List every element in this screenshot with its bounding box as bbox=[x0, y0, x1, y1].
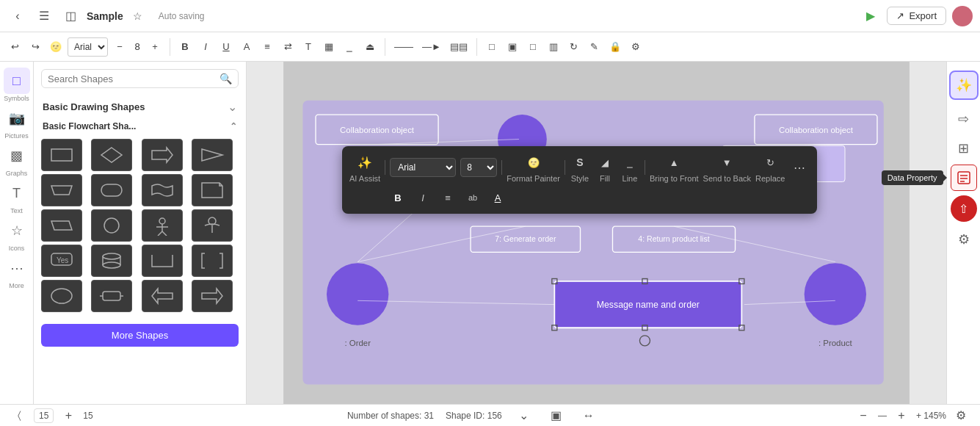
canvas-area[interactable]: Collaboration object Collaboration objec… bbox=[247, 62, 946, 404]
add-page-button[interactable]: + bbox=[58, 405, 79, 426]
graphs-icon[interactable]: ▩ bbox=[4, 142, 30, 169]
shape-circle[interactable] bbox=[91, 209, 132, 242]
ft-line-button[interactable]: ⎯ bbox=[620, 152, 640, 173]
shape-diamond[interactable] bbox=[91, 139, 132, 171]
container-button[interactable]: □ bbox=[483, 37, 501, 57]
italic-button[interactable]: I bbox=[197, 37, 214, 57]
shape-rect[interactable] bbox=[41, 139, 82, 171]
shape-arrow-right[interactable] bbox=[142, 139, 183, 171]
ft-row-1: ✨ AI Assist Arial 8 🌝 Format Painter bbox=[349, 152, 810, 183]
basic-drawing-shapes-section[interactable]: Basic Drawing Shapes ⌄ bbox=[34, 95, 246, 118]
connector-button[interactable]: ⏏ bbox=[361, 37, 379, 57]
avatar bbox=[952, 6, 973, 26]
ft-bring-to-front-button[interactable]: ▲ bbox=[664, 152, 684, 173]
pictures-icon[interactable]: 📷 bbox=[4, 105, 30, 131]
text-format-button[interactable]: T bbox=[300, 37, 317, 57]
ft-wrap-button[interactable]: ab bbox=[462, 187, 483, 208]
edit-button[interactable]: ✎ bbox=[586, 37, 603, 57]
back-button[interactable]: ‹ bbox=[7, 6, 28, 26]
shape-wave[interactable] bbox=[142, 174, 183, 206]
ft-format-painter-button[interactable]: 🌝 bbox=[523, 152, 544, 173]
resize-button[interactable]: ▥ bbox=[545, 37, 562, 57]
shape-trapezoid[interactable] bbox=[41, 174, 82, 206]
shape-parallelogram[interactable] bbox=[41, 209, 82, 242]
shape-right-arrow2[interactable] bbox=[192, 280, 233, 312]
search-input[interactable] bbox=[48, 73, 215, 84]
shape-open-rect[interactable] bbox=[142, 245, 183, 277]
shape-ellipse[interactable] bbox=[41, 280, 82, 312]
menu-button[interactable]: ☰ bbox=[34, 6, 54, 26]
ft-align-button[interactable]: ≡ bbox=[438, 187, 458, 208]
shape-bracket[interactable] bbox=[192, 245, 233, 277]
shape-note[interactable] bbox=[192, 174, 233, 206]
undo-button[interactable]: ↩ bbox=[6, 37, 23, 57]
line-end-button[interactable]: —► bbox=[419, 37, 444, 57]
export-button[interactable]: ↗ Export bbox=[887, 7, 946, 25]
export-label: Export bbox=[909, 10, 937, 21]
ft-replace-button[interactable]: ↻ bbox=[760, 152, 780, 173]
ft-font-select[interactable]: Arial bbox=[390, 158, 456, 177]
shadow-button[interactable]: ▣ bbox=[504, 37, 521, 57]
sidebar-toggle-button[interactable]: 〈 bbox=[9, 405, 29, 426]
text-align-button[interactable]: ⇄ bbox=[279, 37, 297, 57]
zoom-in-button[interactable]: + bbox=[891, 405, 912, 426]
shape-person[interactable] bbox=[142, 209, 183, 242]
data-property-button[interactable] bbox=[951, 165, 977, 191]
shape-left-arrow[interactable] bbox=[142, 280, 183, 312]
paint-format-button[interactable]: 🌝 bbox=[47, 37, 65, 57]
lock-button[interactable]: 🔒 bbox=[606, 37, 624, 57]
shape-rounded-rect[interactable] bbox=[91, 174, 132, 206]
ai-panel-button[interactable]: ✨ bbox=[949, 71, 979, 100]
crop-button[interactable]: □ bbox=[524, 37, 542, 57]
ft-style-button[interactable]: S bbox=[570, 152, 590, 173]
bold-button[interactable]: B bbox=[176, 37, 194, 57]
line-style-button[interactable]: —— bbox=[391, 37, 416, 57]
line-color-button[interactable]: ⎯ bbox=[341, 37, 358, 57]
text-panel-icon[interactable]: T bbox=[4, 180, 30, 206]
font-family-select[interactable]: Arial bbox=[68, 37, 108, 57]
ft-italic-button[interactable]: I bbox=[413, 187, 433, 208]
ft-size-select[interactable]: 8 bbox=[460, 158, 497, 177]
shape-cylinder[interactable] bbox=[91, 245, 132, 277]
ft-send-to-back-button[interactable]: ▼ bbox=[716, 152, 737, 173]
highlight-button[interactable]: ▦ bbox=[320, 37, 338, 57]
waypoint-button[interactable]: ▤▤ bbox=[447, 37, 471, 57]
more-button[interactable]: ⚙ bbox=[627, 37, 645, 57]
fit-button[interactable]: ↔ bbox=[578, 405, 599, 426]
style-group: S Style bbox=[570, 152, 590, 183]
font-size-decrease[interactable]: − bbox=[111, 37, 128, 57]
more-shapes-button[interactable]: More Shapes bbox=[41, 324, 239, 347]
play-button[interactable]: ▶ bbox=[860, 6, 881, 26]
shape-callout[interactable]: Yes bbox=[41, 245, 82, 277]
align-center-button[interactable]: ≡ bbox=[258, 37, 276, 57]
underline-button[interactable]: U bbox=[217, 37, 235, 57]
ft-font-color-button[interactable]: A bbox=[487, 187, 508, 208]
zoom-settings-button[interactable]: ⚙ bbox=[951, 405, 971, 426]
zoom-out-button[interactable]: − bbox=[853, 405, 874, 426]
font-size-increase[interactable]: + bbox=[146, 37, 164, 57]
up-arrow-button[interactable]: ⇧ bbox=[951, 195, 977, 222]
more-panel-icon[interactable]: ⋯ bbox=[4, 255, 30, 281]
basic-drawing-shapes-title: Basic Drawing Shapes bbox=[43, 101, 145, 112]
ft-fill-button[interactable]: ◢ bbox=[595, 152, 615, 173]
grid-button[interactable]: ⊞ bbox=[951, 135, 977, 162]
more-icon-group: ⋯ More bbox=[4, 255, 30, 289]
layout-button[interactable]: ▣ bbox=[546, 405, 567, 426]
icons-panel-icon[interactable]: ☆ bbox=[4, 217, 30, 244]
fit-page-button[interactable]: ⇨ bbox=[951, 106, 977, 132]
shape-actor[interactable] bbox=[192, 209, 233, 242]
star-icon[interactable]: ☆ bbox=[128, 6, 148, 26]
basic-flowchart-section[interactable]: Basic Flowchart Sha... ⌃ bbox=[34, 118, 246, 134]
font-color-button[interactable]: A bbox=[238, 37, 255, 57]
shape-hexagon[interactable] bbox=[91, 280, 132, 312]
shape-options-button[interactable]: ⌄ bbox=[514, 405, 534, 426]
ai-assist-button[interactable]: ✨ bbox=[355, 152, 375, 173]
symbols-icon[interactable]: □ bbox=[4, 68, 30, 94]
shape-flag[interactable] bbox=[192, 139, 233, 171]
settings-button[interactable]: ⚙ bbox=[951, 226, 977, 253]
rotate-button[interactable]: ↻ bbox=[565, 37, 583, 57]
file-icon[interactable]: ◫ bbox=[60, 6, 81, 26]
redo-button[interactable]: ↪ bbox=[26, 37, 44, 57]
ft-more-button[interactable]: ⋯ bbox=[789, 157, 810, 178]
ft-bold-button[interactable]: B bbox=[388, 187, 408, 208]
